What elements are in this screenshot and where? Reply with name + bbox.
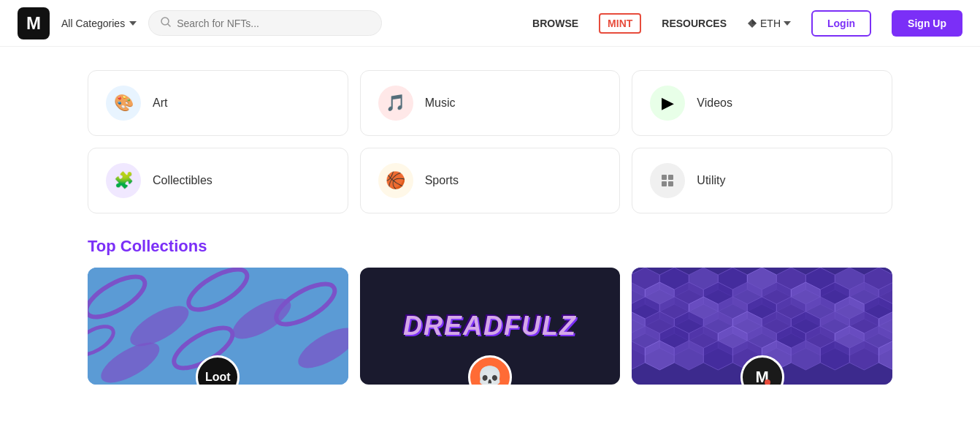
collectibles-icon: 🧩	[106, 163, 141, 198]
art-label: Art	[153, 97, 167, 110]
category-videos[interactable]: ▶ Videos	[632, 70, 892, 136]
category-music[interactable]: 🎵 Music	[360, 70, 621, 136]
collections-grid: Loot DREADFULZ 💀	[88, 268, 892, 385]
main-content: 🎨 Art 🎵 Music ▶ Videos 🧩 Collectibles 🏀 …	[0, 47, 980, 213]
top-collections-section: Top Collections L	[0, 237, 980, 385]
category-art[interactable]: 🎨 Art	[88, 70, 348, 136]
eth-icon	[747, 18, 757, 29]
art-icon: 🎨	[106, 86, 141, 121]
login-button[interactable]: Login	[811, 10, 871, 37]
dreadfulz-avatar: 💀	[468, 355, 512, 385]
svg-rect-7	[668, 181, 673, 186]
search-icon	[161, 17, 171, 29]
svg-line-1	[168, 24, 170, 26]
loot-background: Loot	[88, 268, 348, 385]
collection-card-dreadfulz[interactable]: DREADFULZ 💀	[360, 268, 621, 385]
loot-avatar-text: Loot	[205, 371, 231, 384]
svg-rect-5	[668, 175, 673, 180]
category-sports[interactable]: 🏀 Sports	[360, 148, 621, 213]
eth-currency-selector[interactable]: ETH	[747, 18, 791, 29]
mint-link[interactable]: MINT	[599, 13, 641, 34]
title-highlight: Collections	[120, 237, 207, 255]
mintable-avatar: M	[740, 355, 784, 385]
eth-chevron-icon	[784, 21, 791, 26]
dreadfulz-background: DREADFULZ 💀	[360, 268, 621, 385]
category-collectibles[interactable]: 🧩 Collectibles	[88, 148, 348, 213]
m-logo-text: M	[755, 368, 768, 385]
chevron-down-icon	[129, 21, 137, 26]
category-grid: 🎨 Art 🎵 Music ▶ Videos 🧩 Collectibles 🏀 …	[88, 70, 892, 213]
svg-marker-3	[752, 19, 757, 24]
utility-label: Utility	[697, 174, 725, 187]
all-categories-dropdown[interactable]: All Categories	[61, 18, 137, 29]
logo-letter: M	[26, 15, 41, 32]
all-categories-label: All Categories	[61, 18, 125, 29]
top-collections-title: Top Collections	[88, 237, 892, 256]
videos-icon: ▶	[650, 86, 685, 121]
eth-label: ETH	[760, 18, 781, 29]
utility-icon	[650, 163, 685, 198]
videos-label: Videos	[697, 97, 732, 110]
main-header: M All Categories BROWSE MINT RESOURCES E…	[0, 0, 980, 47]
music-icon: 🎵	[378, 86, 413, 121]
browse-link[interactable]: BROWSE	[532, 18, 578, 29]
dreadfulz-avatar-emoji: 💀	[476, 365, 503, 385]
dreadfulz-title: DREADFULZ	[403, 311, 577, 341]
collectibles-label: Collectibles	[153, 174, 213, 187]
music-label: Music	[425, 97, 456, 110]
sports-icon: 🏀	[378, 163, 413, 198]
sports-label: Sports	[425, 174, 459, 187]
search-input[interactable]	[177, 18, 370, 29]
main-nav: BROWSE MINT RESOURCES ETH Login Sign Up	[532, 10, 962, 37]
collection-card-mintable[interactable]: M	[632, 268, 892, 385]
title-prefix: Top	[88, 237, 120, 255]
logo[interactable]: M	[18, 7, 50, 39]
m-logo-wrap: M	[743, 358, 782, 385]
svg-rect-4	[662, 175, 667, 180]
collection-card-loot[interactable]: Loot	[88, 268, 348, 385]
svg-rect-6	[662, 181, 667, 186]
search-bar	[148, 10, 382, 36]
hex-background: M	[632, 268, 892, 385]
resources-link[interactable]: RESOURCES	[662, 18, 727, 29]
category-utility[interactable]: Utility	[632, 148, 892, 213]
signup-button[interactable]: Sign Up	[892, 10, 962, 37]
